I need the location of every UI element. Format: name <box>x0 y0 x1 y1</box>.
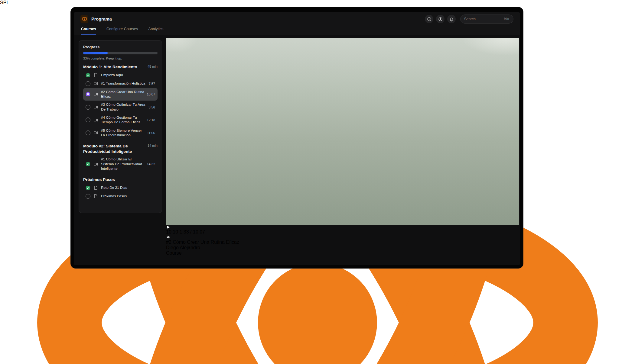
lesson-item-current[interactable]: #2 Cómo Crear Una Rutina Eficaz 10:07 <box>83 88 158 101</box>
not-started-icon <box>86 194 90 199</box>
video-icon <box>93 105 98 109</box>
not-started-icon <box>86 118 90 122</box>
lesson-item[interactable]: #3 Cómo Optimizar Tu Área De Trabajo 3:5… <box>83 101 158 114</box>
lesson-duration: 10:07 <box>147 92 155 96</box>
lesson-item[interactable]: #4 Cómo Gestionar Tu Tiempo De Forma Efi… <box>83 114 158 127</box>
progress-bar <box>83 52 158 54</box>
completed-icon <box>86 162 90 166</box>
completed-icon <box>86 73 90 78</box>
course-sidebar: Progress 33% complete. Keep it up. Módul… <box>79 40 162 213</box>
document-icon <box>93 73 98 77</box>
lesson-item[interactable]: #1 Cómo Utilizar El Sistema De Productiv… <box>83 155 158 173</box>
not-started-icon <box>86 105 90 110</box>
page-cover[interactable]: SPI <box>0 0 635 5</box>
search-placeholder: Search... <box>464 17 479 21</box>
lesson-item[interactable]: Próximos Pasos <box>83 192 158 201</box>
lesson-title: #3 Cómo Optimizar Tu Área De Trabajo <box>101 102 146 112</box>
play-button[interactable] <box>166 225 170 229</box>
video-icon <box>93 92 98 96</box>
tab-analytics[interactable]: Analytics <box>148 26 163 35</box>
rewind-10-button[interactable]: 10 <box>166 229 173 234</box>
module-title: Módulo #2: Sistema De Productividad Inte… <box>83 143 145 154</box>
lesson-title: Empieza Aquí <box>101 73 153 77</box>
video-icon <box>93 118 98 122</box>
billing-icon[interactable] <box>436 15 444 23</box>
video-author: Diego Alejandro <box>166 245 519 250</box>
tab-course[interactable]: Course <box>166 250 519 256</box>
lesson-title: #1 Cómo Utilizar El Sistema De Productiv… <box>101 157 144 171</box>
playback-time: 1:33 / 10:07 <box>180 229 205 234</box>
playing-icon <box>86 92 90 97</box>
lesson-duration: 7:57 <box>149 82 155 85</box>
document-icon <box>93 194 98 198</box>
lesson-item[interactable]: #5 Cómo Siempre Vencer La Procrastinació… <box>83 127 158 140</box>
video-title: #2 Cómo Crear Una Rutina Eficaz <box>166 240 519 245</box>
document-icon <box>93 185 98 190</box>
module-duration: 14 min <box>147 143 158 154</box>
lesson-title: Próximos Pasos <box>101 194 153 198</box>
app-header: Programa Search... ⌘K <box>74 12 520 26</box>
lesson-duration: 14:32 <box>147 162 155 166</box>
lesson-duration: 11:06 <box>147 131 155 135</box>
player-controls: 10 10 1:33 / 10:07 <box>166 225 519 240</box>
lesson-title: #5 Cómo Siempre Vencer La Procrastinació… <box>101 128 145 138</box>
lesson-title: #2 Cómo Crear Una Rutina Eficaz <box>101 90 144 99</box>
composite-mockup: Programa Search... ⌘K <box>0 0 635 364</box>
video-icon <box>93 130 98 135</box>
not-started-icon <box>86 130 90 135</box>
forward-10-button[interactable]: 10 <box>173 229 179 234</box>
search-input[interactable]: Search... ⌘K <box>460 14 513 24</box>
app-title: Programa <box>91 17 112 21</box>
app-logo-icon <box>80 15 88 23</box>
lesson-duration: 12:18 <box>147 118 155 122</box>
lesson-title: Reto De 21 Dias <box>101 185 153 190</box>
app-tab-bar: Courses Configure Courses Analytics <box>74 26 520 35</box>
tab-configure-courses[interactable]: Configure Courses <box>106 26 138 35</box>
jungle-trees <box>166 38 519 152</box>
module-title: Próximos Pasos <box>83 177 158 182</box>
module-title: Módulo 1: Alto Rendimiento <box>83 64 145 70</box>
info-icon[interactable] <box>425 15 433 23</box>
lesson-duration: 3:56 <box>149 105 155 109</box>
completed-icon <box>86 185 90 190</box>
course-app-window: Programa Search... ⌘K <box>74 12 520 265</box>
progress-title: Progress <box>83 45 158 49</box>
video-info: #2 Cómo Crear Una Rutina Eficaz Diego Al… <box>166 240 519 256</box>
video-icon <box>93 162 98 166</box>
search-shortcut: ⌘K <box>504 17 510 21</box>
video-icon <box>93 81 98 86</box>
tab-courses[interactable]: Courses <box>81 26 96 35</box>
lesson-item[interactable]: Reto De 21 Dias <box>83 184 158 192</box>
volume-icon[interactable] <box>166 235 171 240</box>
progress-caption: 33% complete. Keep it up. <box>83 56 158 60</box>
module-duration: 45 min <box>147 64 158 70</box>
video-player[interactable] <box>166 38 519 225</box>
lesson-item[interactable]: Empieza Aquí <box>83 71 158 79</box>
lesson-title: #4 Cómo Gestionar Tu Tiempo De Forma Efi… <box>101 115 144 125</box>
lesson-title: #1 Transformación Holística <box>101 81 146 86</box>
not-started-icon <box>86 81 90 86</box>
spi-logo: SPI <box>0 0 635 5</box>
desktop-monitor: Programa Search... ⌘K <box>71 7 523 268</box>
bell-icon[interactable] <box>447 15 456 23</box>
lesson-item[interactable]: #1 Transformación Holística 7:57 <box>83 79 158 88</box>
